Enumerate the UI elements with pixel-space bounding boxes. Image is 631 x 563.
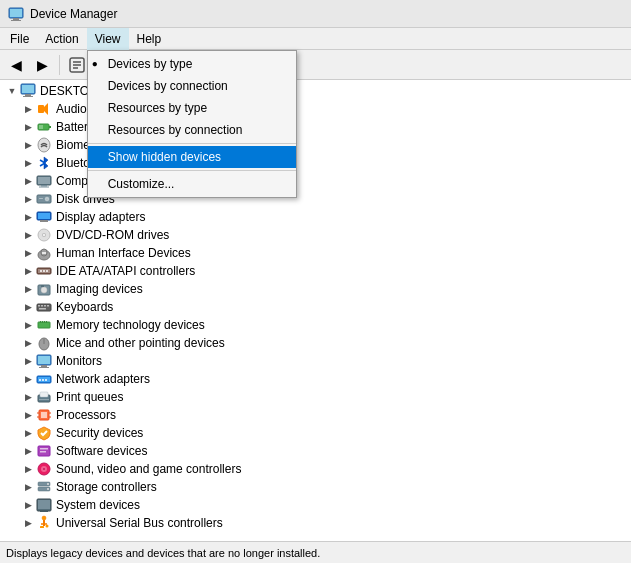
back-button[interactable]: ◀ <box>4 53 28 77</box>
tree-arrow-biometric[interactable]: ▶ <box>20 137 36 153</box>
forward-button[interactable]: ▶ <box>30 53 54 77</box>
tree-arrow-monitors[interactable]: ▶ <box>20 353 36 369</box>
svg-rect-70 <box>40 392 48 397</box>
title-bar: Device Manager <box>0 0 631 28</box>
svg-point-38 <box>44 252 46 254</box>
tree-arrow-usb[interactable]: ▶ <box>20 515 36 531</box>
tree-icon-security <box>36 425 52 441</box>
tree-arrow-software[interactable]: ▶ <box>20 443 36 459</box>
tree-item-ide[interactable]: ▶IDE ATA/ATAPI controllers <box>0 262 631 280</box>
svg-rect-55 <box>42 321 43 323</box>
svg-rect-52 <box>39 308 46 310</box>
tree-item-monitors[interactable]: ▶Monitors <box>0 352 631 370</box>
tree-arrow-audio[interactable]: ▶ <box>20 101 36 117</box>
tree-arrow-desktop[interactable]: ▼ <box>4 83 20 99</box>
tree-arrow-hid[interactable]: ▶ <box>20 245 36 261</box>
tree-item-software[interactable]: ▶Software devices <box>0 442 631 460</box>
tree-arrow-storage[interactable]: ▶ <box>20 479 36 495</box>
tree-item-hid[interactable]: ▶Human Interface Devices <box>0 244 631 262</box>
tree-item-imaging[interactable]: ▶Imaging devices <box>0 280 631 298</box>
tree-arrow-keyboards[interactable]: ▶ <box>20 299 36 315</box>
tree-icon-processors <box>36 407 52 423</box>
status-text: Displays legacy devices and devices that… <box>6 547 320 559</box>
svg-rect-46 <box>41 285 44 287</box>
svg-point-41 <box>40 270 42 272</box>
tree-icon-batteries <box>36 119 52 135</box>
tree-arrow-displayadapters[interactable]: ▶ <box>20 209 36 225</box>
dropdown-item-customize[interactable]: Customize... <box>88 173 296 195</box>
dropdown-label-resources-by-type: Resources by type <box>108 101 207 115</box>
menu-file[interactable]: File <box>2 28 37 50</box>
tree-arrow-imaging[interactable]: ▶ <box>20 281 36 297</box>
tree-arrow-dvdrom[interactable]: ▶ <box>20 227 36 243</box>
properties-button[interactable] <box>65 53 89 77</box>
tree-arrow-memory[interactable]: ▶ <box>20 317 36 333</box>
tree-item-keyboards[interactable]: ▶Keyboards <box>0 298 631 316</box>
svg-rect-62 <box>41 365 47 367</box>
tree-item-sound[interactable]: ▶Sound, video and game controllers <box>0 460 631 478</box>
tree-item-displayadapters[interactable]: ▶Display adapters <box>0 208 631 226</box>
svg-rect-50 <box>44 305 46 307</box>
svg-point-87 <box>47 488 49 490</box>
status-bar: Displays legacy devices and devices that… <box>0 541 631 563</box>
svg-rect-94 <box>40 526 44 528</box>
tree-arrow-bluetooth[interactable]: ▶ <box>20 155 36 171</box>
tree-label-keyboards: Keyboards <box>56 300 113 314</box>
dropdown-label-devices-by-type: Devices by type <box>108 57 193 71</box>
svg-rect-49 <box>41 305 43 307</box>
dropdown-label-customize: Customize... <box>108 177 175 191</box>
dropdown-item-devices-by-type[interactable]: ●Devices by type <box>88 53 296 75</box>
dropdown-check-devices-by-type: ● <box>92 58 108 69</box>
tree-item-dvdrom[interactable]: ▶DVD/CD-ROM drives <box>0 226 631 244</box>
tree-icon-printqueues <box>36 389 52 405</box>
tree-icon-computer <box>36 173 52 189</box>
tree-arrow-diskdrives[interactable]: ▶ <box>20 191 36 207</box>
svg-point-37 <box>42 252 44 254</box>
tree-icon-keyboards <box>36 299 52 315</box>
dropdown-item-show-hidden-devices[interactable]: Show hidden devices <box>88 146 296 168</box>
tree-arrow-printqueues[interactable]: ▶ <box>20 389 36 405</box>
tree-arrow-ide[interactable]: ▶ <box>20 263 36 279</box>
tree-item-memory[interactable]: ▶Memory technology devices <box>0 316 631 334</box>
dropdown-item-resources-by-type[interactable]: Resources by type <box>88 97 296 119</box>
dropdown-separator <box>88 143 296 144</box>
svg-rect-3 <box>10 9 22 17</box>
menu-action[interactable]: Action <box>37 28 86 50</box>
svg-point-45 <box>41 287 47 293</box>
menu-view[interactable]: View <box>87 28 129 50</box>
dropdown-label-show-hidden-devices: Show hidden devices <box>108 150 221 164</box>
tree-item-system[interactable]: ▶System devices <box>0 496 631 514</box>
tree-label-security: Security devices <box>56 426 143 440</box>
dropdown-item-resources-by-connection[interactable]: Resources by connection <box>88 119 296 141</box>
tree-arrow-security[interactable]: ▶ <box>20 425 36 441</box>
tree-arrow-network[interactable]: ▶ <box>20 371 36 387</box>
tree-item-mice[interactable]: ▶Mice and other pointing devices <box>0 334 631 352</box>
tree-arrow-sound[interactable]: ▶ <box>20 461 36 477</box>
svg-rect-12 <box>38 105 44 113</box>
tree-item-processors[interactable]: ▶Processors <box>0 406 631 424</box>
tree-icon-biometric <box>36 137 52 153</box>
tree-label-processors: Processors <box>56 408 116 422</box>
tree-item-network[interactable]: ▶Network adapters <box>0 370 631 388</box>
tree-icon-software <box>36 443 52 459</box>
tree-arrow-mice[interactable]: ▶ <box>20 335 36 351</box>
svg-rect-80 <box>40 451 46 453</box>
tree-arrow-processors[interactable]: ▶ <box>20 407 36 423</box>
tree-item-printqueues[interactable]: ▶Print queues <box>0 388 631 406</box>
svg-rect-71 <box>39 399 49 400</box>
svg-point-91 <box>42 516 46 520</box>
tree-item-security[interactable]: ▶Security devices <box>0 424 631 442</box>
tree-item-storage[interactable]: ▶Storage controllers <box>0 478 631 496</box>
svg-point-95 <box>46 525 49 528</box>
svg-rect-15 <box>49 126 51 128</box>
tree-icon-system <box>36 497 52 513</box>
tree-arrow-batteries[interactable]: ▶ <box>20 119 36 135</box>
tree-arrow-computer[interactable]: ▶ <box>20 173 36 189</box>
tree-item-usb[interactable]: ▶Universal Serial Bus controllers <box>0 514 631 532</box>
menu-help[interactable]: Help <box>129 28 170 50</box>
svg-rect-57 <box>46 321 47 323</box>
tree-arrow-system[interactable]: ▶ <box>20 497 36 513</box>
svg-rect-1 <box>13 18 19 20</box>
tree-label-hid: Human Interface Devices <box>56 246 191 260</box>
dropdown-item-devices-by-connection[interactable]: Devices by connection <box>88 75 296 97</box>
